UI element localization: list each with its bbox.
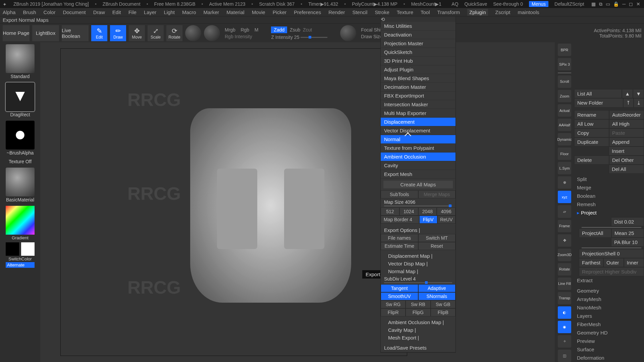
maya-blend-shapes[interactable]: Maya Blend Shapes (381, 74, 455, 83)
duplicate-button[interactable]: Duplicate (574, 137, 609, 146)
axis-button[interactable]: ⊕ (558, 176, 571, 189)
nanomesh-section[interactable]: NanoMesh (574, 303, 644, 312)
material-sphere-1[interactable] (185, 25, 201, 41)
normal-toggle[interactable]: Normal (381, 135, 455, 144)
projectall-button[interactable]: ProjectAll (579, 229, 611, 238)
gyro-icon[interactable] (340, 25, 356, 41)
grid-icon[interactable]: ▦ (591, 1, 596, 7)
panel-grip[interactable]: ⟲ (381, 16, 455, 22)
multi-map-exporter[interactable]: Multi Map Exporter (381, 109, 455, 118)
dist-field[interactable]: Dist 0.02 (611, 217, 644, 226)
quicksketch[interactable]: QuickSketch (381, 48, 455, 57)
down-arrow-icon[interactable]: ▼ (633, 89, 644, 98)
size-1024[interactable]: 1024 (399, 207, 418, 216)
size-4096[interactable]: 4096 (437, 207, 455, 216)
m-toggle[interactable]: M (255, 27, 259, 33)
export-options[interactable]: Export Options | (381, 226, 455, 234)
tangent-toggle[interactable]: Tangent (381, 284, 418, 292)
perspective-button[interactable]: ▱ (558, 205, 571, 218)
material-thumbnail[interactable] (6, 168, 35, 196)
aahalf-button[interactable]: AAHalf (558, 119, 571, 131)
geometry-section[interactable]: Geometry (574, 287, 644, 295)
extract-section[interactable]: Extract (574, 276, 644, 285)
decimation-master[interactable]: Decimation Master (381, 83, 455, 92)
spix-button[interactable]: SPix 3 (558, 58, 571, 70)
remesh-section[interactable]: Remesh (574, 200, 644, 208)
mrgb-toggle[interactable]: Mrgb (225, 27, 235, 33)
displacement-toggle[interactable]: Displacement (381, 118, 455, 126)
rotate-mode-button[interactable]: ⟳Rotate (166, 25, 182, 41)
flip-b[interactable]: FlipB (431, 308, 455, 316)
menu-brush[interactable]: Brush (23, 9, 36, 15)
preview-section[interactable]: Preview (574, 337, 644, 345)
home-page-button[interactable]: Home Page (3, 25, 30, 41)
menu-zplugin[interactable]: Zplugin (467, 9, 488, 16)
layers-section[interactable]: Layers (574, 312, 644, 320)
vector-displacement-toggle[interactable]: Vector Displacement (381, 126, 455, 135)
alpha-thumbnail[interactable] (6, 121, 35, 149)
subtools-label[interactable]: SubTools (381, 190, 418, 198)
lock-icon[interactable]: 🔒 (613, 1, 619, 7)
z-intensity[interactable]: Z Intensity 25 (271, 35, 299, 40)
z-intensity-slider[interactable] (301, 37, 327, 38)
load-save-presets[interactable]: Load/Save Presets (381, 344, 455, 352)
menu-color[interactable]: Color (44, 9, 56, 15)
menu-texture[interactable]: Texture (397, 9, 413, 15)
minimize-icon[interactable]: ─ (622, 1, 626, 7)
rgb-toggle[interactable]: Rgb (240, 27, 249, 33)
fbx-exportimport[interactable]: FBX ExportImport (381, 92, 455, 100)
layer-icon[interactable]: ⧉ (599, 1, 602, 7)
xyz-button[interactable]: xyz (558, 191, 571, 203)
lsym-button[interactable]: L.Sym (558, 162, 571, 174)
close-icon[interactable]: ✕ (636, 1, 640, 7)
menu-render[interactable]: Render (328, 9, 345, 15)
list-all-button[interactable]: List All (574, 89, 622, 98)
geometryhd-section[interactable]: Geometry HD (574, 328, 644, 337)
zsub-toggle[interactable]: Zsub (290, 27, 300, 33)
delete-button[interactable]: Delete (574, 156, 609, 165)
linefill-button[interactable]: Line Fill (558, 278, 571, 290)
outer-button[interactable]: Outer (603, 258, 624, 267)
alternate-label[interactable]: Alternate (6, 262, 35, 268)
menu-macro[interactable]: Macro (182, 9, 196, 15)
zadd-toggle[interactable]: Zadd (271, 26, 287, 33)
dynamic-button[interactable]: Dynamic (558, 133, 571, 145)
delall-button[interactable]: Del All (609, 165, 644, 174)
sw-gb[interactable]: Sw GB (431, 300, 455, 308)
deactivation[interactable]: Deactivation (381, 31, 455, 39)
file-names[interactable]: File names (381, 234, 418, 242)
menu-transform[interactable]: Transform (437, 9, 460, 15)
live-boolean-button[interactable]: Live Boolean (62, 25, 89, 41)
pablur-field[interactable]: PA Blur 10 (611, 238, 644, 247)
menu-alpha[interactable]: Alpha (3, 9, 15, 15)
switchcolor-label[interactable]: SwitchColor (8, 256, 32, 261)
menu-maintools[interactable]: maintools (518, 9, 539, 15)
boolean-section[interactable]: Boolean (574, 192, 644, 200)
see-through[interactable]: See-through 0 (493, 1, 523, 7)
mean-field[interactable]: Mean 25 (611, 229, 644, 238)
snormals-toggle[interactable]: SNormals (418, 292, 456, 300)
menu-tool[interactable]: Tool (421, 9, 430, 15)
ambient-occlusion-toggle[interactable]: Ambient Occlusion (381, 153, 455, 161)
scale-mode-button[interactable]: ⤢Scale (148, 25, 164, 41)
map-size[interactable]: Map Size 4096 (381, 198, 455, 207)
floor-button[interactable]: Floor (558, 147, 571, 160)
append-button[interactable]: Append (609, 137, 644, 146)
quicksave-button[interactable]: QuickSave (465, 1, 487, 7)
adjust-plugin[interactable]: Adjust Plugin (381, 65, 455, 74)
stroke-thumbnail[interactable] (6, 82, 35, 111)
edit-mode-button[interactable]: ✎Edit (91, 25, 107, 41)
cavity-map-section[interactable]: Cavity Map | (381, 326, 455, 334)
swatch-white[interactable] (21, 242, 35, 256)
menu-stencil[interactable]: Stencil (352, 9, 367, 15)
intersection-masker[interactable]: Intersection Masker (381, 100, 455, 109)
adaptive-toggle[interactable]: Adaptive (418, 284, 456, 292)
reproject-button[interactable]: Reproject Higher Subdiv (579, 267, 644, 276)
canvas-viewport[interactable]: Export Normal Maps RRCG RRCG RRCG (40, 42, 555, 362)
merge-section[interactable]: Merge (574, 183, 644, 192)
alllow-button[interactable]: All Low (574, 119, 609, 128)
estimate-time[interactable]: Estimate Time (381, 242, 418, 250)
menu-picker[interactable]: Picker (273, 9, 287, 15)
move-mode-button[interactable]: ✥Move (129, 25, 145, 41)
displacement-map-section[interactable]: Displacement Map | (381, 252, 455, 260)
